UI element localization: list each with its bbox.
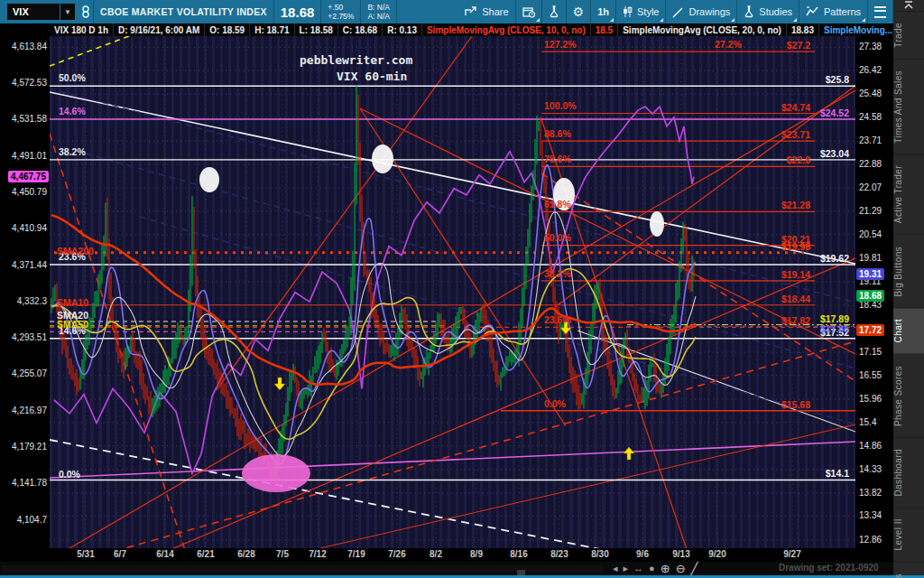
- right-axis-tick: 21.29: [859, 206, 882, 217]
- menu-icon: [874, 6, 886, 18]
- calendar-button[interactable]: [516, 0, 542, 23]
- left-axis-tick: 4,410.94: [12, 223, 47, 234]
- right-axis-tick: 14.86: [859, 441, 882, 452]
- sidebar-tab-phase-scores[interactable]: Phase Scores: [893, 355, 924, 438]
- ask-value: A: N/A: [367, 12, 390, 21]
- pencil-icon: [672, 6, 684, 18]
- studies-button[interactable]: Studies: [737, 0, 799, 23]
- patterns-button[interactable]: Patterns: [799, 0, 868, 23]
- price-level-label: $25.8: [826, 74, 849, 85]
- right-axis-tick: 22.07: [859, 182, 882, 193]
- symbol-input[interactable]: VIX: [7, 4, 60, 20]
- right-axis-tick: 22.88: [859, 159, 882, 170]
- sidebar-collapse-button[interactable]: [893, 0, 924, 12]
- sma-label: SMA200: [57, 246, 94, 256]
- price-change: +.50: [328, 3, 354, 12]
- time-axis-tick: 9/20: [708, 549, 725, 559]
- instrument-description: CBOE MARKET VOLATILITY INDEX: [100, 6, 267, 17]
- link-charts-icon[interactable]: [81, 5, 90, 19]
- time-axis-tick: 9/6: [636, 549, 649, 559]
- pan-tool-icon[interactable]: ↔: [633, 562, 643, 575]
- price-level-label: $21.28: [781, 200, 810, 210]
- left-axis-tick: 4,371.44: [12, 260, 47, 271]
- nav-back-button[interactable]: ◂: [613, 562, 618, 575]
- sidebar-tab-trade[interactable]: Trade: [893, 12, 924, 60]
- draw-line-icon[interactable]: ╱: [691, 562, 698, 575]
- trend-line: [50, 92, 855, 264]
- symbol-dropdown[interactable]: ▼: [60, 4, 75, 20]
- right-axis-tick: 27.38: [859, 42, 882, 52]
- right-axis-tick: 17.15: [859, 347, 882, 358]
- price-level-label: $24.74: [781, 102, 810, 113]
- right-axis-tick: 15.96: [859, 394, 882, 405]
- fib-level-label: 14.6%: [59, 106, 86, 117]
- price-level-label: $24.52: [820, 107, 849, 118]
- price-level-label: $17.85: [820, 323, 849, 334]
- time-axis-tick: 9/27: [783, 549, 800, 559]
- share-button[interactable]: Share: [458, 0, 515, 23]
- left-axis-tick: 4,104.7: [17, 515, 47, 526]
- highlight-ellipse: [199, 167, 219, 192]
- header-segment: VIX 180 D 1h: [50, 23, 114, 36]
- chart-menu-button[interactable]: [868, 0, 893, 23]
- sidebar-tab-live-news[interactable]: Live News: [893, 563, 924, 578]
- sidebar-tab-active-trader[interactable]: Active Trader: [893, 154, 924, 235]
- right-axis-tick: 26.42: [859, 65, 882, 76]
- price-level-label: $19.98: [781, 241, 810, 252]
- fib-level-label: 27.2%: [715, 39, 742, 50]
- fib-level-label: 23.6%: [544, 314, 571, 325]
- header-segment: H: 18.71: [250, 23, 294, 36]
- sidebar-tab-dashboard[interactable]: Dashboard: [893, 438, 924, 508]
- sidebar-tab-chart[interactable]: Chart: [893, 308, 924, 354]
- time-axis-tick: 6/28: [237, 549, 254, 559]
- price-level-label: $14.1: [826, 468, 849, 479]
- header-segment: 18.83: [787, 23, 819, 36]
- spx-overlay-price-badge: 4,467.75: [8, 171, 49, 182]
- zoom-in-icon[interactable]: ⊕: [661, 562, 670, 575]
- share-icon: [465, 6, 477, 17]
- highlight-ellipse: [372, 144, 393, 173]
- trend-line: [320, 424, 855, 548]
- horizontal-scrollbar[interactable]: [2, 565, 603, 573]
- price-level-label: $19.62: [820, 253, 849, 264]
- bottom-status-bar: ◂▸↔●⊕⊖╱ Drawing set: 2021-0920: [0, 562, 893, 575]
- fib-level-label: 127.2%: [544, 39, 577, 50]
- fib-level-label: 38.2%: [544, 268, 571, 279]
- watermark-text: pebblewriter.com: [300, 53, 412, 67]
- trend-line: [104, 258, 855, 548]
- right-axis-tick: 14.33: [859, 464, 882, 475]
- time-axis-tick: 8/23: [550, 549, 568, 559]
- settings-button[interactable]: ⚙: [567, 0, 592, 23]
- trend-line: [50, 89, 855, 303]
- chart-canvas[interactable]: $25.8$23.04$19.62$17.52$14.1$24.52$27.2$…: [50, 36, 855, 548]
- sma-label: SMA10: [57, 297, 88, 308]
- right-axis-tick: 13.34: [859, 510, 882, 521]
- fib-level-label: 61.8%: [544, 199, 571, 210]
- left-price-axis[interactable]: 4,613.844,572.534,531.584,491.014,450.79…: [0, 36, 50, 548]
- sidebar-tab-times-and-sales[interactable]: Times And Sales: [893, 60, 924, 155]
- right-axis-tick: 24.58: [859, 112, 882, 123]
- sidebar-tab-big-buttons[interactable]: Big Buttons: [893, 236, 924, 309]
- style-button[interactable]: Style: [616, 0, 666, 23]
- nav-forward-button[interactable]: ▸: [624, 562, 629, 575]
- collapse-up-icon: [903, 0, 914, 11]
- time-axis[interactable]: 5/316/76/146/216/287/57/127/197/268/28/9…: [0, 548, 893, 562]
- right-axis-tick: 23.71: [859, 135, 882, 146]
- header-segment: D: 9/16/21, 6:00 AM: [114, 23, 205, 36]
- sidebar-tab-level-ii[interactable]: Level II: [893, 508, 924, 562]
- flask-icon: [549, 5, 559, 18]
- right-price-axis[interactable]: 27.3826.4225.4824.5823.7122.8822.0721.29…: [855, 36, 893, 548]
- trend-line: [90, 341, 855, 548]
- left-axis-tick: 4,450.79: [12, 187, 47, 198]
- onDemand-button[interactable]: [542, 0, 567, 23]
- timeframe-button[interactable]: 1h: [591, 0, 616, 23]
- left-axis-tick: 4,613.84: [12, 42, 47, 52]
- time-axis-tick: 5/31: [77, 549, 94, 559]
- drawings-button[interactable]: Drawings: [666, 0, 737, 23]
- bid-value: B: N/A: [367, 3, 390, 12]
- zoom-out-icon[interactable]: ⊖: [676, 562, 686, 575]
- cursor-tool-icon[interactable]: ●: [649, 562, 655, 575]
- time-axis-tick: 7/19: [347, 549, 365, 559]
- price-level-label: $18.44: [781, 294, 810, 304]
- price-level-label: $27.2: [787, 40, 810, 51]
